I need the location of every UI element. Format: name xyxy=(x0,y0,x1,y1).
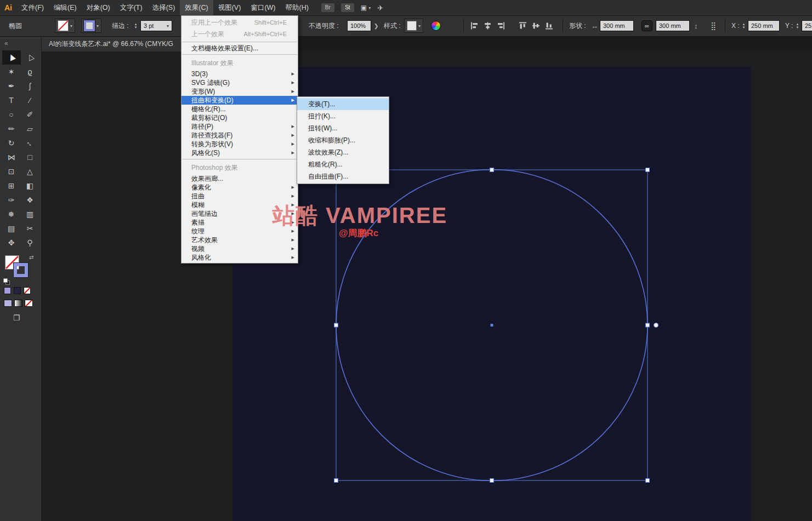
effect-menu-item[interactable]: 纹理▶ xyxy=(181,227,298,236)
link-dimensions-button[interactable]: ∞ xyxy=(641,20,652,31)
effect-menu-item[interactable]: 3D(3)▶ xyxy=(181,70,298,78)
menubar-item[interactable]: 窗口(W) xyxy=(246,0,280,15)
stroke-weight-stepper[interactable]: ▴ ▾ xyxy=(133,22,138,29)
handle-middle-right[interactable] xyxy=(646,323,650,327)
symbol-sprayer-tool[interactable]: ❅ xyxy=(2,207,21,221)
transform-submenu-item[interactable]: 波纹效果(Z)... xyxy=(297,146,389,158)
live-shape-widget[interactable] xyxy=(654,323,658,328)
effect-menu-item[interactable]: 效果画廊... xyxy=(181,174,298,183)
effect-menu-item[interactable]: 风格化(S)▶ xyxy=(181,148,298,157)
menubar-item[interactable]: 对象(O) xyxy=(82,0,115,15)
effect-menu-item[interactable]: 扭曲▶ xyxy=(181,192,298,201)
transform-submenu-item[interactable]: 扭转(W)... xyxy=(297,122,389,134)
toolbar-collapse-button[interactable]: « xyxy=(0,36,41,50)
effect-menu-item[interactable]: 上一个效果Alt+Shift+Ctrl+E xyxy=(181,28,298,40)
stepper-down-icon[interactable]: ▾ xyxy=(741,26,746,29)
effect-menu-item[interactable]: 艺术效果▶ xyxy=(181,236,298,244)
menubar-item[interactable]: 编辑(E) xyxy=(49,0,82,15)
swap-fill-stroke-icon[interactable]: ⇄ xyxy=(29,254,33,260)
magic-wand-tool[interactable]: ✶ xyxy=(2,65,21,79)
swatch-dark[interactable] xyxy=(14,287,21,294)
screen-mode-button[interactable]: ❐ xyxy=(13,313,20,322)
handle-top-right[interactable] xyxy=(646,168,650,172)
bridge-icon[interactable]: Br xyxy=(321,3,334,12)
scale-tool[interactable]: ↔ xyxy=(21,136,39,150)
menubar-item[interactable]: 文件(F) xyxy=(16,0,49,15)
gradient-mode-button[interactable] xyxy=(14,300,22,307)
effect-menu-item[interactable]: 栅格化(R)... xyxy=(181,105,298,113)
eraser-tool[interactable]: ▱ xyxy=(21,122,39,136)
transform-submenu-item[interactable]: 扭拧(K)... xyxy=(297,110,389,122)
stepper-down-icon[interactable]: ▾ xyxy=(795,26,800,29)
effect-menu-item[interactable]: 路径(P)▶ xyxy=(181,122,298,131)
fill-color-dropdown[interactable]: ▾ xyxy=(55,19,75,33)
direct-selection-tool[interactable]: ▷ xyxy=(21,50,39,65)
paintbrush-tool[interactable]: ✐ xyxy=(21,107,39,122)
handle-middle-left[interactable] xyxy=(334,323,338,327)
width-tool[interactable]: ⋈ xyxy=(2,150,21,164)
zoom-tool[interactable]: ⚲ xyxy=(21,236,39,250)
effect-menu-item[interactable]: 变形(W)▶ xyxy=(181,87,298,96)
reference-point-grid-icon[interactable]: ⣿ xyxy=(711,21,716,30)
effect-menu-item[interactable]: 文档栅格效果设置(E)... xyxy=(181,44,298,53)
transform-submenu-item[interactable]: 收缩和膨胀(P)... xyxy=(297,134,389,146)
line-segment-tool[interactable]: ∕ xyxy=(21,93,39,107)
blend-tool[interactable]: ❖ xyxy=(21,193,39,207)
menubar-item[interactable]: 效果(C) xyxy=(180,0,213,15)
swatch-lavender[interactable] xyxy=(4,287,11,294)
stroke-color-indicator[interactable] xyxy=(14,263,28,277)
opacity-field[interactable]: 100% xyxy=(347,20,371,31)
style-dropdown[interactable]: ▾ xyxy=(404,19,423,33)
effect-menu-item[interactable]: 素描▶ xyxy=(181,218,298,227)
shape-width-field[interactable]: 300 mm xyxy=(600,20,634,31)
lasso-tool[interactable]: ϱ xyxy=(21,65,39,79)
align-horizontal-center-icon[interactable] xyxy=(484,22,492,30)
transform-submenu-item[interactable]: 自由扭曲(F)... xyxy=(297,170,389,182)
y-stepper[interactable]: ▴ ▾ xyxy=(795,22,800,29)
effect-menu-item[interactable]: 像素化▶ xyxy=(181,183,298,192)
document-tab[interactable]: AI的渐变线条艺术.ai* @ 66.67% (CMYK/G xyxy=(41,36,181,51)
effect-menu-item[interactable]: 裁剪标记(O) xyxy=(181,113,298,122)
effect-menu-item[interactable]: 转换为形状(V)▶ xyxy=(181,140,298,148)
none-mode-button[interactable] xyxy=(25,300,33,307)
menubar-item[interactable]: 选择(S) xyxy=(147,0,180,15)
menubar-item[interactable]: 帮助(H) xyxy=(281,0,314,15)
align-horizontal-right-icon[interactable] xyxy=(497,22,505,30)
effect-menu-item[interactable]: 风格化▶ xyxy=(181,253,298,262)
effect-menu-item[interactable]: 画笔描边▶ xyxy=(181,209,298,218)
align-vertical-top-icon[interactable] xyxy=(519,22,527,30)
menubar-item[interactable]: 视图(V) xyxy=(213,0,246,15)
hand-tool[interactable]: ✥ xyxy=(2,236,21,250)
color-mode-button[interactable] xyxy=(4,300,12,307)
shape-builder-tool[interactable]: ⊡ xyxy=(2,164,21,179)
stroke-color-dropdown[interactable]: ▾ xyxy=(81,19,101,33)
ellipse-tool[interactable]: ○ xyxy=(2,107,21,122)
stroke-weight-field[interactable]: 3 pt ▾ xyxy=(140,20,172,31)
effect-menu-item[interactable]: 应用上一个效果Shift+Ctrl+E xyxy=(181,17,298,28)
perspective-grid-tool[interactable]: △ xyxy=(21,164,39,179)
mesh-tool[interactable]: ⊞ xyxy=(2,179,21,193)
artboard-tool[interactable]: ▤ xyxy=(2,221,21,236)
recolor-artwork-icon[interactable] xyxy=(431,21,441,31)
align-horizontal-left-icon[interactable] xyxy=(470,22,479,30)
free-transform-tool[interactable]: □ xyxy=(21,150,39,164)
type-tool[interactable]: T xyxy=(2,93,21,107)
default-fill-stroke-icon[interactable] xyxy=(3,277,10,287)
curvature-tool[interactable]: ʃ xyxy=(21,79,39,93)
handle-top-center[interactable] xyxy=(490,168,494,172)
share-icon[interactable]: ✈ xyxy=(377,4,383,12)
effect-menu-item[interactable]: 路径查找器(F)▶ xyxy=(181,131,298,140)
effect-menu-item[interactable]: 扭曲和变换(D)▶ xyxy=(181,96,298,105)
opacity-panel-chevron-icon[interactable]: ❯ xyxy=(374,23,378,29)
y-field[interactable]: 25 xyxy=(802,20,812,31)
gradient-tool[interactable]: ◧ xyxy=(21,179,39,193)
stepper-down-icon[interactable]: ▾ xyxy=(133,26,138,29)
rotate-tool[interactable]: ↻ xyxy=(2,136,21,150)
align-vertical-middle-icon[interactable] xyxy=(532,22,540,30)
effect-menu-item[interactable]: 视频▶ xyxy=(181,244,298,253)
align-vertical-bottom-icon[interactable] xyxy=(545,22,553,30)
pencil-tool[interactable]: ✏ xyxy=(2,122,21,136)
column-graph-tool[interactable]: ▥ xyxy=(21,207,39,221)
effect-menu-item[interactable]: SVG 滤镜(G)▶ xyxy=(181,78,298,87)
shape-height-field[interactable]: 300 mm xyxy=(656,20,690,31)
